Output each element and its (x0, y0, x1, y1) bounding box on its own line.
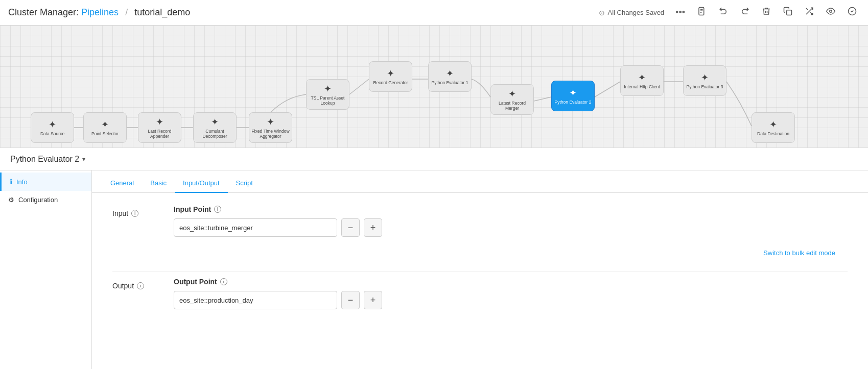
content-body: Input i Input Point i (92, 193, 868, 369)
pipeline-canvas[interactable]: ✦ Data Source ✦ Point Selector ✦ Last Re… (0, 26, 868, 148)
input-add-button[interactable]: + (364, 218, 382, 237)
svg-line-16 (534, 97, 551, 101)
status-text: All Changes Saved (608, 9, 665, 16)
output-point-info-icon[interactable]: i (220, 278, 227, 285)
node-cumulant-decomposer[interactable]: ✦ Cumulant Decomposer (193, 112, 237, 143)
input-label: Input (112, 209, 128, 217)
node-record-generator[interactable]: ✦ Record Generator (369, 61, 412, 92)
tab-basic-label: Basic (150, 179, 167, 187)
node-data-source[interactable]: ✦ Data Source (31, 112, 74, 143)
tab-general[interactable]: General (102, 174, 142, 193)
output-fields-col: Output Point i − + (174, 278, 848, 313)
output-info-icon[interactable]: i (137, 282, 144, 289)
input-info-icon[interactable]: i (131, 210, 138, 217)
main-content: ℹ Info ⚙ Configuration General Basic Inp… (0, 170, 868, 369)
input-remove-button[interactable]: − (341, 218, 360, 237)
output-remove-button[interactable]: − (341, 291, 360, 309)
node-title-caret[interactable]: ▾ (82, 156, 85, 163)
node-python-evaluator-3-icon: ✦ (701, 72, 709, 83)
node-data-source-label: Data Source (40, 131, 64, 136)
header-title: Cluster Manager: Pipelines / tutorial_de… (8, 7, 190, 18)
output-add-button[interactable]: + (364, 291, 382, 309)
check-icon (848, 7, 857, 18)
node-tsl-parent-asset-icon: ✦ (324, 83, 332, 94)
undo-button[interactable] (716, 5, 731, 20)
sidebar-item-info[interactable]: ℹ Info (0, 173, 91, 191)
trash-icon (762, 7, 771, 18)
tab-general-label: General (110, 179, 134, 187)
copy-button[interactable] (780, 5, 795, 20)
shuffle-button[interactable] (802, 5, 817, 20)
redo-button[interactable] (737, 5, 753, 20)
preview-button[interactable] (823, 5, 838, 20)
node-section-header: Python Evaluator 2 ▾ (0, 148, 868, 170)
sidebar: ℹ Info ⚙ Configuration (0, 170, 92, 369)
node-python-evaluator-1-icon: ✦ (446, 68, 454, 79)
input-point-field[interactable] (174, 218, 337, 237)
separator: / (125, 7, 128, 17)
node-point-selector[interactable]: ✦ Point Selector (83, 112, 127, 143)
node-record-generator-icon: ✦ (387, 68, 394, 79)
node-python-evaluator-2[interactable]: ✦ Python Evaluator 2 (551, 81, 595, 111)
node-tsl-parent-asset[interactable]: ✦ TSL Parent Asset Lookup (306, 79, 349, 110)
check-circle-icon: ⊙ (599, 9, 605, 17)
node-point-selector-label: Point Selector (91, 131, 119, 136)
node-data-destination-label: Data Destination (757, 131, 789, 136)
tab-input-output[interactable]: Input/Output (175, 174, 228, 193)
node-python-evaluator-1[interactable]: ✦ Python Evaluator 1 (428, 61, 472, 92)
validate-button[interactable] (844, 5, 860, 20)
output-info-symbol: i (140, 283, 142, 288)
output-field-row: − + (174, 291, 848, 309)
node-point-selector-icon: ✦ (101, 119, 109, 130)
node-last-record-appender-icon: ✦ (156, 116, 163, 128)
output-label: Output (112, 282, 134, 290)
output-label-col: Output i (112, 278, 174, 290)
info-circle-icon: ℹ (10, 178, 12, 186)
selected-node-title: Python Evaluator 2 ▾ (10, 155, 85, 164)
node-data-destination[interactable]: ✦ Data Destination (752, 112, 795, 143)
pipeline-name: tutorial_demo (134, 7, 190, 17)
header-actions: ••• (672, 5, 860, 20)
document-icon (697, 7, 707, 18)
node-python-evaluator-1-label: Python Evaluator 1 (432, 80, 468, 85)
output-point-label: Output Point (174, 278, 217, 286)
output-point-field[interactable] (174, 291, 337, 309)
copy-icon (783, 7, 792, 18)
svg-point-8 (830, 10, 832, 13)
node-fixed-time-window[interactable]: ✦ Fixed Time Window Aggregator (249, 112, 292, 143)
node-record-generator-label: Record Generator (373, 80, 408, 85)
node-python-evaluator-3[interactable]: ✦ Python Evaluator 3 (683, 65, 726, 96)
minus-icon: − (348, 223, 354, 233)
input-point-info-icon[interactable]: i (214, 206, 221, 213)
input-label-col: Input i (112, 205, 174, 217)
svg-rect-4 (787, 10, 792, 15)
node-python-evaluator-2-icon: ✦ (569, 87, 577, 99)
node-latest-record-merger[interactable]: ✦ Latest Record Merger (490, 84, 534, 115)
input-fields-col: Input Point i − + (174, 205, 848, 241)
delete-button[interactable] (759, 5, 774, 20)
input-info-symbol: i (134, 211, 136, 216)
node-internal-http-client-label: Internal Http Client (624, 84, 660, 89)
sidebar-item-configuration-label: Configuration (18, 196, 58, 204)
node-last-record-appender[interactable]: ✦ Last Record Appender (138, 112, 181, 143)
more-button[interactable]: ••• (672, 5, 688, 20)
node-tsl-parent-asset-label: TSL Parent Asset Lookup (309, 95, 347, 106)
pipelines-link[interactable]: Pipelines (81, 7, 119, 17)
input-section: Input i Input Point i (112, 205, 848, 313)
node-fixed-time-window-icon: ✦ (267, 116, 274, 128)
output-row: Output i Output Point i (112, 278, 848, 313)
svg-line-17 (595, 82, 620, 97)
tab-basic[interactable]: Basic (142, 174, 175, 193)
input-row: Input i Input Point i (112, 205, 848, 241)
output-point-info-symbol: i (223, 279, 225, 284)
node-fixed-time-window-label: Fixed Time Window Aggregator (251, 129, 290, 139)
tab-script[interactable]: Script (228, 174, 261, 193)
document-button[interactable] (694, 5, 710, 20)
node-latest-record-merger-label: Latest Record Merger (493, 101, 531, 111)
input-output-divider (112, 271, 848, 272)
node-data-destination-icon: ✦ (769, 119, 777, 130)
tab-input-output-label: Input/Output (183, 179, 220, 187)
sidebar-item-configuration[interactable]: ⚙ Configuration (0, 191, 91, 209)
bulk-edit-link[interactable]: Switch to bulk edit mode (763, 249, 837, 257)
node-internal-http-client[interactable]: ✦ Internal Http Client (620, 65, 664, 96)
